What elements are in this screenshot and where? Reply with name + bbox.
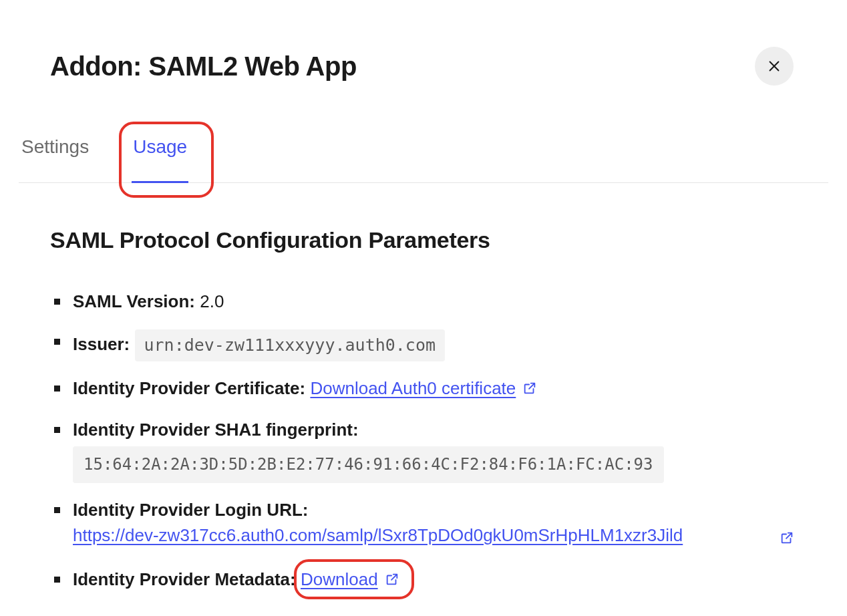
content-area: SAML Protocol Configuration Parameters S…	[0, 183, 847, 593]
external-link-icon	[522, 377, 537, 403]
param-metadata: Identity Provider Metadata: Download	[73, 567, 797, 594]
link-text: Download	[301, 569, 378, 589]
close-button[interactable]	[755, 47, 794, 86]
param-label: Identity Provider Metadata:	[73, 569, 296, 589]
external-link-icon	[385, 569, 399, 594]
issuer-code: urn:dev-zw111xxxyyy.auth0.com	[135, 329, 446, 361]
param-label: Identity Provider Certificate:	[73, 378, 305, 398]
param-issuer: Issuer: urn:dev-zw111xxxyyy.auth0.com	[73, 329, 797, 361]
param-label: Identity Provider SHA1 fingerprint:	[73, 420, 359, 440]
tab-settings[interactable]: Settings	[19, 134, 92, 183]
param-label: Issuer:	[73, 334, 130, 354]
param-saml-version: SAML Version: 2.0	[73, 289, 797, 315]
login-url-link[interactable]: https://dev-zw317cc6.auth0.com/samlp/lSx…	[73, 525, 683, 545]
link-text: https://dev-zw317cc6.auth0.com/samlp/lSx…	[73, 525, 683, 545]
param-sha1-fingerprint: Identity Provider SHA1 fingerprint: 15:6…	[73, 418, 797, 483]
param-value: 2.0	[200, 291, 224, 311]
param-idp-certificate: Identity Provider Certificate: Download …	[73, 376, 797, 403]
link-text: Download Auth0 certificate	[310, 378, 516, 398]
addon-modal: Addon: SAML2 Web App Settings Usage SAML…	[0, 0, 847, 593]
tab-usage[interactable]: Usage	[130, 134, 190, 183]
page-title: Addon: SAML2 Web App	[50, 51, 357, 82]
params-list: SAML Version: 2.0 Issuer: urn:dev-zw111x…	[50, 289, 797, 593]
sha1-code: 15:64:2A:2A:3D:5D:2B:E2:77:46:91:66:4C:F…	[73, 446, 664, 483]
modal-header: Addon: SAML2 Web App	[0, 0, 847, 86]
param-label: SAML Version:	[73, 291, 195, 311]
close-icon	[767, 59, 782, 73]
tabs: Settings Usage	[0, 134, 847, 183]
param-label: Identity Provider Login URL:	[73, 500, 308, 520]
section-title: SAML Protocol Configuration Parameters	[50, 227, 797, 253]
param-login-url: Identity Provider Login URL: https://dev…	[73, 498, 797, 553]
download-metadata-link[interactable]: Download	[301, 569, 378, 589]
download-cert-link[interactable]: Download Auth0 certificate	[310, 378, 516, 398]
external-link-icon	[780, 527, 794, 553]
